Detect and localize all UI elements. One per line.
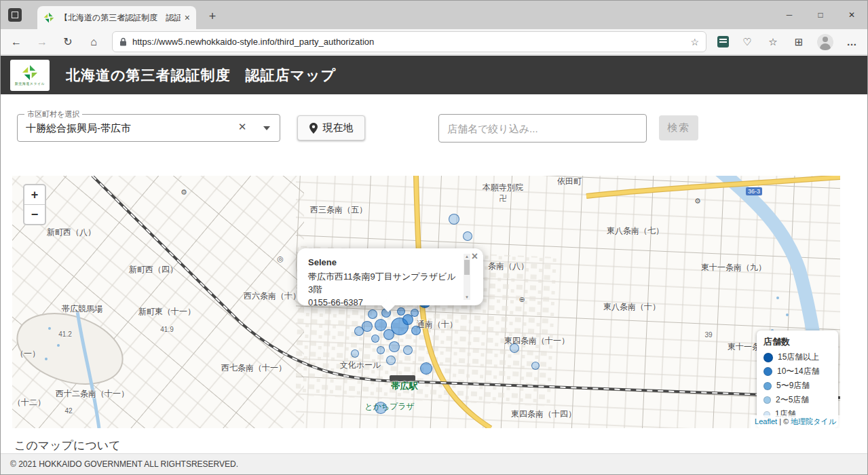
store-name: Selene <box>308 256 460 269</box>
tab-favicon-icon <box>43 12 54 23</box>
legend-label: 2〜5店舗 <box>776 394 809 406</box>
store-cluster-marker[interactable] <box>449 214 459 225</box>
logo-text: 新北海道スタイル <box>15 81 45 86</box>
store-cluster-marker[interactable] <box>411 326 421 335</box>
store-filter-input[interactable] <box>438 114 647 142</box>
scroll-down-icon[interactable]: ▼ <box>465 294 469 300</box>
leaflet-link[interactable]: Leaflet <box>755 417 777 425</box>
legend-title: 店舗数 <box>763 336 831 348</box>
profile-avatar[interactable] <box>817 34 833 50</box>
legend-label: 10〜14店舗 <box>777 366 820 377</box>
tab-strip: 【北海道の第三者認証制度 認証 × + ─ □ ✕ <box>1 1 867 29</box>
store-count-legend: 店舗数 15店舗以上10〜14店舗5〜9店舗2〜5店舗1店舗 <box>757 330 838 428</box>
store-cluster-marker[interactable] <box>383 329 394 340</box>
legend-label: 5〜9店舗 <box>776 380 810 392</box>
favorites-icon[interactable]: ☆ <box>766 36 780 48</box>
popup-scrollbar[interactable]: ▲ ▼ <box>464 254 470 300</box>
scroll-up-icon[interactable]: ▲ <box>465 254 469 259</box>
about-map-heading: このマップについて <box>14 438 121 453</box>
web-capture-icon[interactable] <box>717 36 729 48</box>
tab-actions-icon[interactable] <box>8 8 22 22</box>
legend-dot <box>763 396 771 404</box>
search-button[interactable]: 検索 <box>659 115 698 140</box>
browser-tab[interactable]: 【北海道の第三者認証制度 認証 × <box>37 6 196 29</box>
filter-controls: 市区町村を選択 十勝総合振興局-帯広市 ✕ 現在地 検索 <box>1 94 867 176</box>
attribution-copyright: © <box>783 417 789 425</box>
map-canvas[interactable]: 西三条南（五）本願寺別院卍依田町36-3新町西（八）新町西（四）東八条南（七）条… <box>12 176 840 428</box>
zoom-control: + − <box>23 184 46 225</box>
current-location-label: 現在地 <box>323 121 354 134</box>
map-attribution: Leaflet | © 地理院タイル <box>751 415 840 428</box>
minimize-button[interactable]: ─ <box>774 1 805 29</box>
refresh-icon[interactable]: ↻ <box>60 35 75 48</box>
browser-window: 【北海道の第三者認証制度 認証 × + ─ □ ✕ ← → ↻ ⌂ https:… <box>0 0 868 475</box>
legend-item: 15店舗以上 <box>763 352 831 363</box>
store-cluster-marker[interactable] <box>420 362 432 375</box>
legend-item: 2〜5店舗 <box>763 394 831 406</box>
current-location-button[interactable]: 現在地 <box>297 115 365 140</box>
forward-icon: → <box>35 36 50 48</box>
browser-toolbar: ← → ↻ ⌂ https://www5.newhokkaido-style.i… <box>1 29 867 55</box>
legend-dot <box>763 353 773 362</box>
legend-label: 15店舗以上 <box>778 352 819 363</box>
legend-dot <box>763 382 772 390</box>
legend-dot <box>763 367 772 376</box>
attribution-separator: | <box>779 417 781 425</box>
back-icon[interactable]: ← <box>9 36 24 48</box>
zoom-out-button[interactable]: − <box>24 205 45 224</box>
chevron-down-icon[interactable] <box>263 126 270 130</box>
site-header: 新北海道スタイル 北海道の第三者認証制度 認証店マップ <box>1 56 867 94</box>
store-cluster-marker[interactable] <box>375 402 387 414</box>
favorite-add-icon[interactable]: ☆ <box>690 37 699 48</box>
store-cluster-marker[interactable] <box>403 345 413 355</box>
store-cluster-marker[interactable] <box>354 326 364 336</box>
location-pin-icon <box>309 123 318 134</box>
url-bar[interactable]: https://www5.newhokkaido-style.info/thir… <box>112 31 706 52</box>
site-logo: 新北海道スタイル <box>10 60 50 91</box>
store-cluster-marker[interactable] <box>377 346 385 354</box>
gsi-tiles-link[interactable]: 地理院タイル <box>791 417 836 425</box>
legend-item: 10〜14店舗 <box>763 366 831 377</box>
store-popup: Selene 帯広市西11条南9丁目サンプラザビル3階 0155-66-6387… <box>297 248 483 305</box>
store-cluster-marker[interactable] <box>531 362 540 370</box>
municipality-select[interactable]: 市区町村を選択 十勝総合振興局-帯広市 ✕ <box>17 114 280 142</box>
lock-icon <box>119 37 127 46</box>
home-icon[interactable]: ⌂ <box>86 36 101 48</box>
store-cluster-marker[interactable] <box>371 335 379 343</box>
legend-items: 15店舗以上10〜14店舗5〜9店舗2〜5店舗1店舗 <box>763 352 831 420</box>
page-footer: © 2021 HOKKAIDO GOVERNMENT ALL RIGHTSRES… <box>1 453 867 474</box>
scrollbar-thumb[interactable] <box>464 260 470 275</box>
zoom-in-button[interactable]: + <box>24 185 45 205</box>
footer-copyright: © 2021 HOKKAIDO GOVERNMENT ALL RIGHTSRES… <box>10 459 238 469</box>
new-tab-button[interactable]: + <box>204 8 221 24</box>
tab-title: 【北海道の第三者認証制度 認証 <box>60 12 181 24</box>
store-cluster-marker[interactable] <box>463 231 472 241</box>
select-clear-icon[interactable]: ✕ <box>235 121 250 133</box>
maximize-button[interactable]: □ <box>805 1 836 29</box>
page-title: 北海道の第三者認証制度 認証店マップ <box>66 66 336 85</box>
store-cluster-marker[interactable] <box>386 356 396 365</box>
browser-essentials-icon[interactable]: ♡ <box>740 36 755 48</box>
store-address: 帯広市西11条南9丁目サンプラザビル3階 <box>308 271 460 297</box>
window-close-button[interactable]: ✕ <box>836 1 867 29</box>
popup-close-icon[interactable]: × <box>472 250 478 263</box>
store-cluster-marker[interactable] <box>389 341 400 352</box>
store-cluster-marker[interactable] <box>375 319 387 331</box>
municipality-select-label: 市区町村を選択 <box>24 109 82 119</box>
legend-item: 5〜9店舗 <box>763 380 831 392</box>
settings-ellipsis-icon[interactable]: … <box>844 36 859 48</box>
window-controls: ─ □ ✕ <box>774 1 867 29</box>
collections-icon[interactable]: ⊞ <box>791 36 806 48</box>
url-text[interactable]: https://www5.newhokkaido-style.info/thir… <box>132 37 685 47</box>
tab-close-icon[interactable]: × <box>185 12 190 23</box>
store-cluster-marker[interactable] <box>510 343 519 353</box>
store-cluster-marker[interactable] <box>351 349 359 358</box>
pinwheel-logo-icon <box>22 64 38 81</box>
